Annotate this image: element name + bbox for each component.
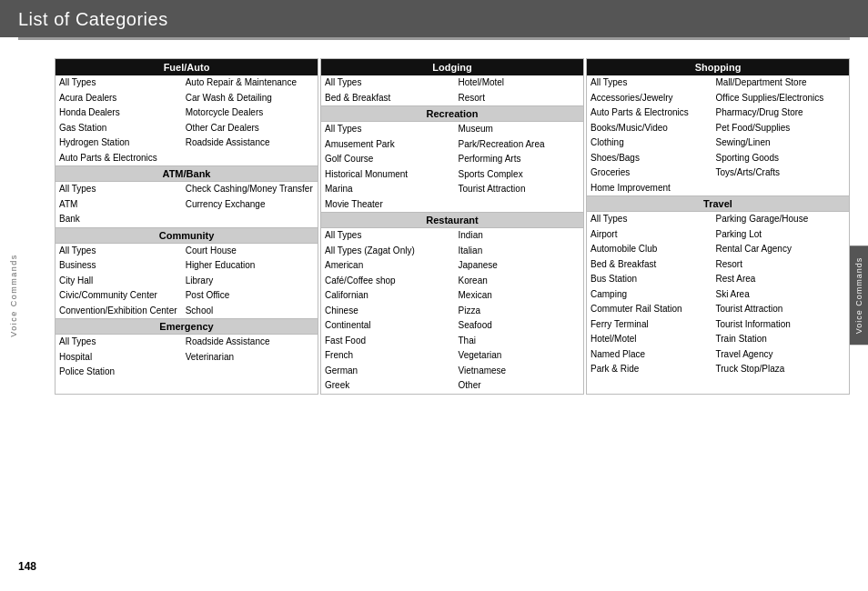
list-item: Seafood (455, 318, 583, 334)
list-item: Bed & Breakfast (587, 257, 712, 273)
col2-table: Lodging All TypesHotel/Motel Bed & Break… (321, 59, 583, 394)
list-item: Marina (321, 182, 455, 197)
list-item: Japanese (455, 258, 583, 274)
column-2: Lodging All TypesHotel/Motel Bed & Break… (320, 58, 584, 395)
list-item: All Types (56, 243, 182, 258)
page-number: 148 (18, 560, 36, 573)
list-item: Automobile Club (587, 242, 712, 257)
list-item: Pharmacy/Drug Store (712, 105, 850, 121)
page-wrapper: List of Categories Voice Commands Voice … (0, 0, 868, 591)
list-item: Commuter Rail Station (587, 302, 712, 317)
list-item: Museum (455, 122, 583, 137)
list-item (182, 151, 318, 166)
list-item: Post Office (182, 288, 318, 304)
list-item: Truck Stop/Plaza (712, 362, 850, 377)
list-item (455, 197, 583, 213)
list-item: All Types (321, 122, 455, 137)
list-item: Train Station (712, 332, 850, 347)
list-item: Resort (455, 91, 583, 106)
header-line (18, 37, 850, 40)
list-item: All Types (587, 212, 712, 227)
list-item: American (321, 258, 455, 274)
list-item: Korean (455, 274, 583, 289)
list-item: Auto Repair & Maintenance (182, 75, 318, 91)
list-item: Café/Coffee shop (321, 274, 455, 289)
list-item: Books/Music/Video (587, 121, 712, 136)
list-item: Hotel/Motel (587, 332, 712, 347)
restaurant-header: Restaurant (321, 213, 583, 228)
list-item: Travel Agency (712, 347, 850, 363)
list-item: Mexican (455, 288, 583, 304)
list-item: Hotel/Motel (455, 75, 583, 91)
list-item: Indian (455, 228, 583, 244)
list-item: All Types (Zagat Only) (321, 244, 455, 259)
list-item: Vietnamese (455, 364, 583, 379)
list-item: French (321, 348, 455, 364)
list-item: All Types (321, 228, 455, 244)
list-item: Library (182, 274, 318, 289)
column-1: Fuel/Auto All TypesAuto Repair & Mainten… (55, 58, 318, 395)
list-item: All Types (56, 335, 182, 350)
list-item: Tourist Attraction (712, 302, 850, 317)
col1-table: Fuel/Auto All TypesAuto Repair & Mainten… (56, 59, 318, 380)
list-item: Court House (182, 243, 318, 258)
list-item (712, 181, 850, 196)
list-item: All Types (56, 182, 182, 197)
list-item: Accessories/Jewelry (587, 91, 712, 106)
list-item: Airport (587, 227, 712, 243)
list-item: Bed & Breakfast (321, 91, 455, 106)
list-item: Honda Dealers (56, 105, 182, 121)
list-item: Vegetarian (455, 348, 583, 364)
list-item: Auto Parts & Electronics (56, 151, 182, 166)
list-item: Bank (56, 212, 182, 227)
atm-bank-header: ATM/Bank (56, 166, 318, 182)
recreation-header: Recreation (321, 106, 583, 122)
fuel-auto-header: Fuel/Auto (56, 59, 318, 75)
list-item: City Hall (56, 274, 182, 289)
list-item: Continental (321, 318, 455, 334)
list-item: Rental Car Agency (712, 242, 850, 257)
list-item: Golf Course (321, 152, 455, 167)
list-item: Other (455, 378, 583, 394)
list-item: Historical Monument (321, 167, 455, 183)
list-item: Named Place (587, 347, 712, 363)
column-3: Shopping All TypesMall/Department Store … (586, 58, 850, 395)
right-tab: Voice Commands (850, 246, 868, 346)
list-item: Home Improvement (587, 181, 712, 196)
lodging-header: Lodging (321, 59, 583, 75)
emergency-header: Emergency (56, 319, 318, 335)
list-item: Auto Parts & Electronics (587, 105, 712, 121)
travel-header: Travel (587, 196, 849, 212)
col3-table: Shopping All TypesMall/Department Store … (587, 59, 849, 377)
list-item: Tourist Attraction (455, 182, 583, 197)
list-item (182, 212, 318, 227)
list-item: Gas Station (56, 121, 182, 136)
list-item: Car Wash & Detailing (182, 91, 318, 106)
list-item: Hospital (56, 350, 182, 366)
list-item: All Types (321, 75, 455, 91)
list-item: Ski Area (712, 287, 850, 303)
list-item: School (182, 304, 318, 319)
list-item: Park/Recreation Area (455, 137, 583, 153)
list-item: Currency Exchange (182, 197, 318, 213)
list-item: All Types (587, 75, 712, 91)
list-item: Bus Station (587, 272, 712, 287)
page-header: List of Categories (0, 0, 868, 37)
list-item: Sewing/Linen (712, 135, 850, 151)
list-item: Chinese (321, 304, 455, 319)
list-item: Office Supplies/Electronics (712, 91, 850, 106)
list-item: Park & Ride (587, 362, 712, 377)
list-item: Camping (587, 287, 712, 303)
list-item: Toys/Arts/Crafts (712, 165, 850, 181)
list-item: Clothing (587, 135, 712, 151)
list-item: Californian (321, 288, 455, 304)
list-item: Hydrogen Station (56, 135, 182, 151)
list-item: Pizza (455, 304, 583, 319)
list-item: Mall/Department Store (712, 75, 850, 91)
list-item: Thai (455, 334, 583, 349)
list-item: Sporting Goods (712, 151, 850, 166)
list-item: Resort (712, 257, 850, 273)
list-item: Sports Complex (455, 167, 583, 183)
list-item: Civic/Community Center (56, 288, 182, 304)
list-item: Greek (321, 378, 455, 394)
